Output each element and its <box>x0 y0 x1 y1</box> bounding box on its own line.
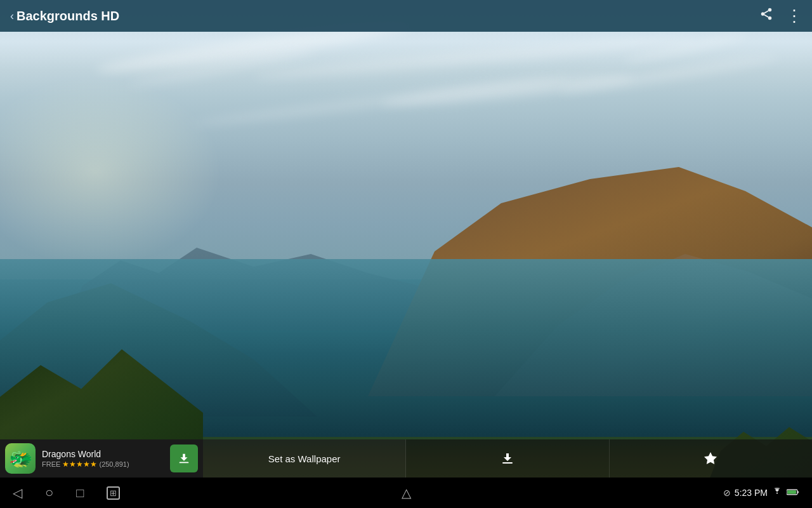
ad-app-name: Dragons World <box>42 449 164 459</box>
ad-reviews: (250,891) <box>99 460 129 468</box>
back-button[interactable]: ‹ <box>10 10 14 23</box>
action-buttons: Set as Wallpaper <box>203 439 812 478</box>
download-button[interactable] <box>406 439 609 478</box>
svg-rect-9 <box>797 491 799 493</box>
battery-icon <box>787 487 799 498</box>
svg-point-1 <box>761 12 765 16</box>
wifi-icon <box>771 487 783 498</box>
svg-point-0 <box>768 8 772 12</box>
share-icon[interactable] <box>759 7 773 25</box>
screenshot-nav-icon[interactable]: ⊞ <box>107 486 120 500</box>
ad-banner: 🐲 Dragons World FREE ★★★★★ (250,891) <box>0 439 203 478</box>
wallpaper-image <box>0 0 812 508</box>
ad-free-text: FREE <box>42 460 60 468</box>
nav-center: △ <box>402 485 411 500</box>
system-icons: ⊘ 5:23 PM <box>723 487 799 498</box>
set-wallpaper-button[interactable]: Set as Wallpaper <box>203 439 406 478</box>
recents-nav-icon[interactable]: □ <box>76 486 84 500</box>
svg-point-2 <box>768 17 772 20</box>
download-icon <box>500 451 515 466</box>
set-wallpaper-label: Set as Wallpaper <box>268 453 341 464</box>
block-icon: ⊘ <box>723 488 731 498</box>
nav-right: ⊘ 5:23 PM <box>723 487 799 498</box>
favorite-button[interactable] <box>610 439 812 478</box>
back-nav-icon[interactable]: ◁ <box>13 485 22 500</box>
dragon-icon: 🐲 <box>9 448 32 470</box>
more-options-icon[interactable]: ⋮ <box>786 10 802 23</box>
ad-stars: ★★★★★ <box>62 460 97 469</box>
ad-free-label: FREE ★★★★★ (250,891) <box>42 460 164 469</box>
home-nav-icon[interactable]: ○ <box>45 485 53 501</box>
toolbar-icons: ⋮ <box>759 7 802 25</box>
svg-rect-6 <box>502 462 513 464</box>
navigation-bar: ◁ ○ □ ⊞ △ ⊘ 5:23 PM <box>0 478 812 508</box>
svg-rect-8 <box>787 490 796 493</box>
app-title: Backgrounds HD <box>16 9 759 23</box>
ad-download-button[interactable] <box>170 444 198 472</box>
app-title-plain: Backgrounds <box>16 9 101 23</box>
star-icon <box>703 451 718 466</box>
app-bar: ‹ Backgrounds HD ⋮ <box>0 0 812 32</box>
nav-left: ◁ ○ □ ⊞ <box>13 485 120 501</box>
ad-app-icon: 🐲 <box>5 443 36 474</box>
svg-rect-5 <box>180 462 189 464</box>
app-title-bold: HD <box>101 9 119 23</box>
svg-line-4 <box>764 11 768 13</box>
clock: 5:23 PM <box>735 488 768 498</box>
bottom-action-bar: 🐲 Dragons World FREE ★★★★★ (250,891) Set… <box>0 439 812 478</box>
svg-line-3 <box>764 15 768 17</box>
sun-glow <box>0 76 222 267</box>
up-nav-icon[interactable]: △ <box>402 486 411 500</box>
ad-info: Dragons World FREE ★★★★★ (250,891) <box>42 449 164 469</box>
